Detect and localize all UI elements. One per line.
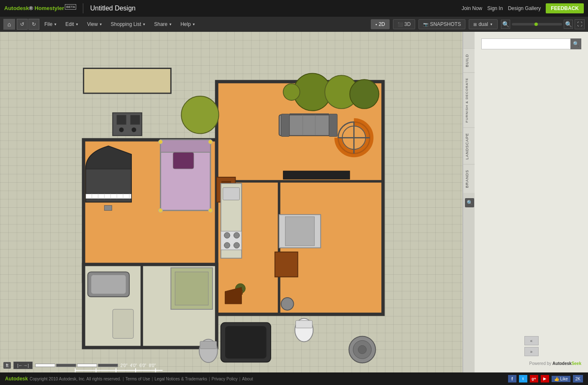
svg-point-32 <box>159 208 163 212</box>
undo-button[interactable]: ↺ <box>17 19 28 30</box>
svg-rect-64 <box>285 217 315 246</box>
menu-share[interactable]: Share ▼ <box>150 20 176 29</box>
scale-segment-0 <box>35 364 55 367</box>
svg-rect-21 <box>281 114 290 137</box>
svg-rect-29 <box>173 152 194 169</box>
unit-toggle[interactable]: ft <box>3 362 11 369</box>
zoom-in-button[interactable]: 🔍 <box>564 20 573 29</box>
scale-bar-area: ft |←→| 2'0" 4'0" 6'0" 8'0" <box>3 362 156 369</box>
svg-point-47 <box>131 127 136 133</box>
main-content: ft |←→| 2'0" 4'0" 6'0" 8'0" BUILD FURNIS… <box>0 32 588 372</box>
like-button[interactable]: 👍 Like <box>552 376 570 382</box>
svg-rect-35 <box>86 194 131 199</box>
scale-marks <box>35 364 118 367</box>
legal-link[interactable]: Legal Notices & Trademarks <box>154 377 207 381</box>
zoom-slider[interactable] <box>512 23 562 25</box>
youtube-icon[interactable]: ▶ <box>541 375 549 382</box>
autodesk-name: Autodesk <box>4 5 29 12</box>
right-panel: BUILD FURNISH & DECORATE LANDSCAPE BRAND… <box>462 32 588 372</box>
svg-point-15 <box>283 84 300 100</box>
seek-label: Seek <box>572 361 581 366</box>
menu-edit[interactable]: Edit ▼ <box>61 20 83 29</box>
ruler-button[interactable]: |←→| <box>13 362 33 369</box>
menu-file[interactable]: File ▼ <box>40 20 61 29</box>
svg-point-14 <box>350 79 379 109</box>
zoom-out-button[interactable]: 🔍 <box>501 20 510 29</box>
dual-button[interactable]: ⊞ dual ▼ <box>469 19 498 29</box>
footer-copyright: Copyright 2010 Autodesk, Inc. All rights… <box>30 377 121 381</box>
scale-label-0: 2'0" <box>121 363 128 368</box>
footer-social: f t g+ ▶ 👍 Like 2K <box>508 375 583 382</box>
svg-rect-22 <box>329 114 337 137</box>
sign-in-link[interactable]: Sign In <box>487 5 503 11</box>
scale-label-2: 6'0" <box>139 363 146 368</box>
scale-segment-2 <box>77 364 97 367</box>
canvas-area[interactable]: ft |←→| 2'0" 4'0" 6'0" 8'0" <box>0 32 462 372</box>
svg-point-58 <box>224 232 230 238</box>
topbar-right: Join Now Sign In Design Gallery FEEDBACK <box>462 3 584 13</box>
svg-rect-44 <box>116 115 126 125</box>
tab-build[interactable]: BUILD <box>463 48 475 72</box>
privacy-link[interactable]: Privacy Policy <box>212 377 238 381</box>
search-wrap: 🔍 <box>481 38 581 49</box>
twitter-icon[interactable]: t <box>519 375 527 382</box>
topbar-left: Autodesk® HomestylerBETA Untitled Design <box>4 3 136 13</box>
svg-rect-71 <box>296 321 313 328</box>
collapse-up-button[interactable]: « <box>524 336 539 345</box>
side-content-area: 🔍 « » Powered by AutodeskSeek <box>475 32 588 372</box>
collapse-down-button[interactable]: » <box>524 347 539 356</box>
like-count[interactable]: 2K <box>573 375 583 382</box>
svg-rect-55 <box>175 272 208 305</box>
svg-point-78 <box>358 345 367 354</box>
footer: Autodesk Copyright 2010 Autodesk, Inc. A… <box>0 372 588 385</box>
snapshots-button[interactable]: 📷 SNAPSHOTS <box>419 19 465 29</box>
side-tabs: BUILD FURNISH & DECORATE LANDSCAPE BRAND… <box>463 32 475 372</box>
svg-rect-45 <box>130 115 140 125</box>
menu-shopping-list[interactable]: Shopping List ▼ <box>107 20 150 29</box>
svg-rect-73 <box>225 326 267 359</box>
product-name: Homestyler <box>34 5 64 12</box>
svg-rect-62 <box>223 188 240 200</box>
svg-rect-75 <box>200 341 217 349</box>
design-gallery-link[interactable]: Design Gallery <box>508 5 541 11</box>
svg-point-11 <box>181 96 218 133</box>
svg-point-66 <box>281 298 294 310</box>
scale-segment-3 <box>98 364 118 367</box>
tab-search-icon[interactable]: 🔍 <box>463 196 475 209</box>
about-link[interactable]: About <box>242 377 253 381</box>
tab-furnish[interactable]: FURNISH & DECORATE <box>463 72 475 127</box>
facebook-icon[interactable]: f <box>508 375 516 382</box>
menubar: ⌂ ↺ ↻ File ▼ Edit ▼ View ▼ Shopping List… <box>0 17 588 32</box>
menu-help[interactable]: Help ▼ <box>176 20 200 29</box>
view-2d-button[interactable]: ▪ 2D <box>371 19 390 29</box>
search-input[interactable] <box>481 38 581 49</box>
join-now-link[interactable]: Join Now <box>462 5 482 11</box>
redo-button[interactable]: ↻ <box>28 19 39 30</box>
like-count-label: 2K <box>575 377 580 381</box>
fullscreen-button[interactable]: ⛶ <box>575 19 585 29</box>
google-plus-icon[interactable]: g+ <box>530 375 538 382</box>
tab-brands[interactable]: BRANDS <box>463 164 475 193</box>
menu-view[interactable]: View ▼ <box>83 20 107 29</box>
svg-rect-53 <box>113 309 134 339</box>
search-go-button[interactable]: 🔍 <box>570 38 581 49</box>
menubar-right: ▪ 2D ⬛ 3D 📷 SNAPSHOTS ⊞ dual ▼ 🔍 🔍 ⛶ <box>371 19 585 29</box>
feedback-button[interactable]: FEEDBACK <box>546 3 584 13</box>
scale-label-3: 8'0" <box>149 363 156 368</box>
svg-point-33 <box>208 208 213 212</box>
topbar: Autodesk® HomestylerBETA Untitled Design… <box>0 0 588 17</box>
view-3d-button[interactable]: ⬛ 3D <box>393 19 415 29</box>
terms-link[interactable]: Terms of Use <box>126 377 150 381</box>
zoom-thumb[interactable] <box>534 23 538 26</box>
footer-autodesk: Autodesk <box>5 376 28 382</box>
search-icon[interactable]: 🔍 <box>465 198 474 207</box>
tab-landscape[interactable]: LANDSCAPE <box>463 127 475 165</box>
svg-rect-26 <box>283 171 350 179</box>
design-title: Untitled Design <box>90 5 136 12</box>
home-button[interactable]: ⌂ <box>3 19 15 30</box>
collapse-buttons: « » <box>478 333 585 360</box>
svg-point-60 <box>224 242 230 248</box>
floorplan <box>0 32 462 372</box>
svg-rect-28 <box>161 140 211 152</box>
scale-label-1: 4'0" <box>130 363 137 368</box>
